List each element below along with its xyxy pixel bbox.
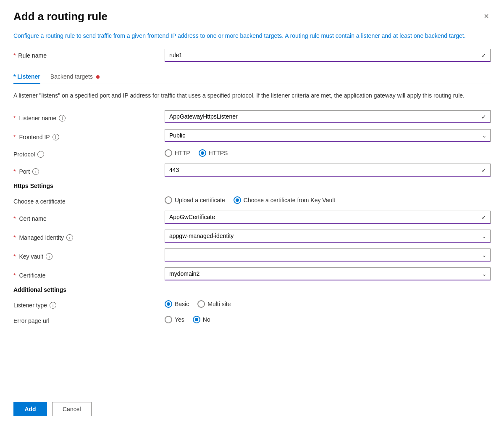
cert-name-check-icon: ✓ — [481, 214, 486, 221]
cert-name-label: * Cert name — [13, 212, 165, 222]
protocol-radio-group: HTTP HTTPS — [165, 149, 491, 157]
choose-certificate-input-col: Upload a certificate Choose a certificat… — [165, 196, 491, 204]
frontend-ip-info-icon[interactable]: i — [52, 134, 59, 140]
listener-name-label: * Listener name i — [13, 112, 165, 122]
tab-listener[interactable]: * Listener — [13, 70, 40, 84]
port-info-icon[interactable]: i — [32, 168, 39, 175]
frontend-ip-select[interactable]: Public — [165, 129, 491, 142]
frontend-ip-input-col: Public ⌄ — [165, 129, 491, 142]
error-page-url-no-radio[interactable] — [193, 316, 200, 323]
listener-type-multisite-option[interactable]: Multi site — [197, 300, 231, 308]
error-page-url-row: Error page url Yes No — [13, 315, 491, 324]
listener-description: A listener "listens" on a specified port… — [13, 91, 475, 100]
keyvault-certificate-dot — [236, 198, 239, 202]
rule-name-check-icon: ✓ — [481, 52, 486, 59]
upload-certificate-radio[interactable] — [165, 196, 172, 204]
managed-identity-info-icon[interactable]: i — [66, 234, 73, 241]
additional-settings-heading: Additional settings — [13, 286, 491, 293]
listener-type-basic-dot — [167, 302, 170, 306]
protocol-https-option[interactable]: HTTPS — [199, 149, 228, 157]
required-indicator: * — [13, 52, 16, 59]
managed-identity-input-col: appgw-managed-identity ⌄ — [165, 230, 491, 243]
required-indicator: * — [13, 134, 16, 140]
cert-name-input-col: ✓ — [165, 211, 491, 224]
close-button[interactable]: × — [482, 10, 491, 22]
cancel-button[interactable]: Cancel — [52, 402, 92, 416]
port-input[interactable] — [165, 164, 491, 177]
key-vault-input-col: ⌄ — [165, 249, 491, 262]
required-indicator: * — [13, 253, 16, 260]
tabs-container: * Listener Backend targets — [13, 69, 491, 84]
listener-name-row: * Listener name i ✓ — [13, 110, 491, 123]
listener-type-row: Listener type i Basic Multi site — [13, 299, 491, 309]
choose-certificate-label: Choose a certificate — [13, 195, 165, 205]
frontend-ip-label: * Frontend IP i — [13, 131, 165, 140]
managed-identity-select[interactable]: appgw-managed-identity — [165, 230, 491, 243]
required-indicator: * — [13, 115, 16, 122]
add-button[interactable]: Add — [13, 402, 47, 416]
protocol-row: Protocol i HTTP HTTPS — [13, 148, 491, 158]
rule-name-label: * Rule name — [13, 52, 165, 59]
listener-type-multisite-radio[interactable] — [197, 300, 205, 308]
protocol-info-icon[interactable]: i — [37, 151, 44, 158]
port-input-col: ✓ — [165, 164, 491, 177]
error-page-url-no-option[interactable]: No — [193, 316, 210, 323]
certificate-radio-group: Upload a certificate Choose a certificat… — [165, 196, 491, 204]
protocol-https-radio[interactable] — [199, 149, 206, 157]
listener-name-check-icon: ✓ — [481, 114, 486, 120]
managed-identity-label: * Managed identity i — [13, 231, 165, 241]
protocol-http-radio[interactable] — [165, 149, 172, 157]
managed-identity-row: * Managed identity i appgw-managed-ident… — [13, 230, 491, 243]
dialog-footer: Add Cancel — [13, 395, 491, 423]
protocol-input-col: HTTP HTTPS — [165, 149, 491, 157]
listener-type-basic-option[interactable]: Basic — [165, 300, 189, 308]
key-vault-info-icon[interactable]: i — [46, 253, 52, 260]
listener-type-info-icon[interactable]: i — [50, 302, 56, 309]
protocol-https-dot — [201, 151, 204, 155]
certificate-label: * Certificate — [13, 269, 165, 279]
certificate-select[interactable]: mydomain2 — [165, 267, 491, 280]
choose-certificate-row: Choose a certificate Upload a certificat… — [13, 195, 491, 205]
listener-type-radio-group: Basic Multi site — [165, 300, 491, 308]
port-row: * Port i ✓ — [13, 164, 491, 177]
required-indicator: * — [13, 272, 16, 279]
listener-type-input-col: Basic Multi site — [165, 300, 491, 308]
dialog-description: Configure a routing rule to send traffic… — [13, 32, 475, 40]
rule-name-input[interactable] — [165, 49, 491, 62]
cert-name-input[interactable] — [165, 211, 491, 224]
keyvault-certificate-radio[interactable] — [234, 196, 241, 204]
dialog-header: Add a routing rule × — [13, 10, 491, 23]
backend-targets-dot — [96, 75, 100, 79]
tab-backend-targets[interactable]: Backend targets — [50, 70, 100, 84]
port-check-icon: ✓ — [481, 167, 486, 174]
certificate-row: * Certificate mydomain2 ⌄ — [13, 267, 491, 280]
key-vault-select[interactable] — [165, 249, 491, 262]
dialog-container: Add a routing rule × Configure a routing… — [0, 0, 504, 423]
error-page-url-label: Error page url — [13, 315, 165, 324]
protocol-http-option[interactable]: HTTP — [165, 149, 190, 157]
key-vault-row: * Key vault i ⌄ — [13, 249, 491, 262]
keyvault-certificate-option[interactable]: Choose a certificate from Key Vault — [234, 196, 335, 204]
error-page-url-no-dot — [195, 318, 198, 321]
https-settings-heading: Https Settings — [13, 182, 491, 189]
required-indicator: * — [13, 234, 16, 241]
listener-name-info-icon[interactable]: i — [59, 115, 66, 122]
listener-type-label: Listener type i — [13, 299, 165, 309]
upload-certificate-option[interactable]: Upload a certificate — [165, 196, 225, 204]
form-section: * Listener name i ✓ * Frontend IP i Publ… — [13, 110, 491, 395]
key-vault-label: * Key vault i — [13, 250, 165, 260]
listener-name-input-col: ✓ — [165, 110, 491, 123]
cert-name-row: * Cert name ✓ — [13, 211, 491, 224]
error-page-url-yes-option[interactable]: Yes — [165, 316, 184, 323]
listener-name-input[interactable] — [165, 110, 491, 123]
rule-name-field-wrapper: ✓ — [165, 49, 491, 62]
frontend-ip-row: * Frontend IP i Public ⌄ — [13, 129, 491, 142]
required-indicator: * — [13, 168, 16, 175]
error-page-url-input-col: Yes No — [165, 316, 491, 323]
required-indicator: * — [13, 215, 16, 222]
listener-type-basic-radio[interactable] — [165, 300, 172, 308]
error-page-url-radio-group: Yes No — [165, 316, 491, 323]
rule-name-row: * Rule name ✓ — [13, 49, 491, 62]
port-label: * Port i — [13, 165, 165, 175]
error-page-url-yes-radio[interactable] — [165, 316, 172, 323]
